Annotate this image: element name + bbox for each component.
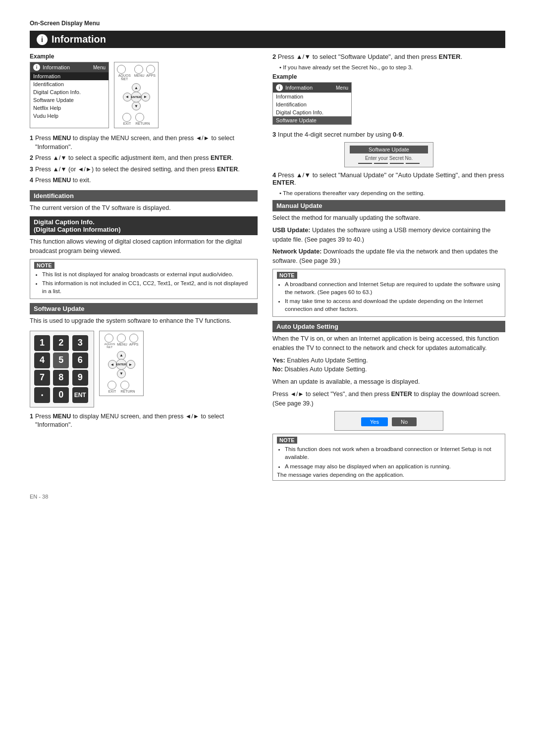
step-1-3: 3 Press ▲/▼ (or ◄/►) to select the desir… <box>30 165 258 174</box>
manual-note: NOTE A broadband connection and Internet… <box>272 269 505 317</box>
remote-aquos-net-2: AQUOSNET <box>105 334 115 349</box>
return-circle-2 <box>120 381 129 390</box>
auto-update-title: Auto Update Setting <box>272 321 505 332</box>
yes-no-box: Yes No <box>334 411 443 431</box>
example-label-right: Example <box>272 73 505 80</box>
step-2-1: 1 Press MENU to display MENU screen, and… <box>30 412 258 430</box>
step2-note: • If you have already set the Secret No.… <box>272 64 505 70</box>
auto-update-press: Press ◄/► to select "Yes", and then pres… <box>272 390 505 408</box>
menu-item-digital-right: Digital Caption Info. <box>273 108 351 116</box>
software-update-title: Software Update <box>30 303 258 314</box>
remote-apps: APPS <box>146 65 156 81</box>
step-1-2: 2 Press ▲/▼ to select a specific adjustm… <box>30 154 258 163</box>
remote-return-2: RETURN <box>120 381 135 393</box>
digital-caption-note: NOTE This list is not displayed for anal… <box>30 259 258 299</box>
menu-item-identification-right: Identification <box>273 101 351 108</box>
step-text-right-4: Press ▲/▼ to select "Manual Update" or "… <box>272 171 504 186</box>
remote-return-left: RETURN <box>135 113 150 125</box>
keypad-section: 1 2 3 4 5 6 7 8 9 • 0 ENT AQUOSNET <box>30 331 258 407</box>
remote-dpad-left: ▲ ▼ ◄ ► ENTER <box>123 83 150 110</box>
remote-control-left: AQUOS NET MENU APPS ▲ ▼ ◄ ► <box>114 62 159 128</box>
key-6: 6 <box>72 353 88 368</box>
key-5: 5 <box>53 353 69 368</box>
note-label-2: NOTE <box>277 272 297 279</box>
menu-header-item-left: Information <box>43 64 70 70</box>
auto-note-1: This function does not work when a broad… <box>285 445 501 461</box>
remote-dpad-keypad: ▲ ▼ ◄ ► ENTER <box>108 351 135 378</box>
apps-circle <box>146 65 155 74</box>
dpad-down-2: ▼ <box>117 369 126 378</box>
step-1-4: 4 Press MENU to exit. <box>30 176 258 185</box>
step-num-right-3: 3 <box>272 131 278 138</box>
key-9: 9 <box>72 370 88 386</box>
step-text-1: Press MENU to display the MENU screen, a… <box>35 134 258 151</box>
step-text-3: Press ▲/▼ (or ◄/►) to select the desired… <box>35 165 240 174</box>
section-title-text: Information <box>52 34 106 45</box>
left-column: Example i Information Menu Information I… <box>30 53 258 484</box>
remote-exit-left: EXIT <box>122 113 131 125</box>
exit-circle <box>122 113 131 122</box>
sw-dash-4 <box>406 163 420 164</box>
remote-menu-2: MENU <box>117 334 127 349</box>
menu-item-identification: Identification <box>30 80 108 88</box>
sw-update-title: Software Update <box>350 146 428 153</box>
step2-right: 2 Press ▲/▼ to select "Software Update",… <box>272 53 505 60</box>
right-column: 2 Press ▲/▼ to select "Software Update",… <box>272 53 505 484</box>
step-text-right-2: Press ▲/▼ to select "Software Update", a… <box>278 53 462 60</box>
software-update-text: This is used to upgrade the system softw… <box>30 316 258 326</box>
step-num-4: 4 <box>30 176 33 185</box>
menu-box-header-left: i Information Menu <box>30 62 108 72</box>
menu-header-menu-left: Menu <box>93 65 106 70</box>
yes-no-text: Yes: Enables Auto Update Setting. No: Di… <box>272 356 505 375</box>
manual-update-title: Manual Update <box>272 200 505 211</box>
key-dot: • <box>34 387 50 403</box>
page-footer: EN - 38 <box>30 494 505 500</box>
menu-example-right: i Information Menu Information Identific… <box>272 82 505 125</box>
page-header: On-Screen Display Menu <box>30 20 505 27</box>
key-4: 4 <box>34 353 50 368</box>
steps-list-2: 1 Press MENU to display MENU screen, and… <box>30 412 258 430</box>
identification-text: The current version of the TV software i… <box>30 203 258 213</box>
steps-list-1: 1 Press MENU to display the MENU screen,… <box>30 134 258 185</box>
step-1-1: 1 Press MENU to display the MENU screen,… <box>30 134 258 151</box>
step-num-3: 3 <box>30 165 33 174</box>
auto-note-extra: The message varies depending on the appl… <box>277 472 501 478</box>
menu-item-sw-update-right: Software Update <box>273 116 351 124</box>
step-text-2-1: Press MENU to display MENU screen, and t… <box>35 412 258 430</box>
sw-dash-1 <box>358 163 372 164</box>
menu-circle <box>134 65 143 74</box>
manual-note-1: A broadband connection and Internet Setu… <box>285 280 501 296</box>
step-text-2: Press ▲/▼ to select a specific adjustmen… <box>35 154 233 163</box>
note-label-3: NOTE <box>277 437 297 444</box>
yes-button[interactable]: Yes <box>361 417 388 426</box>
digital-caption-title: Digital Caption Info.(Digital Caption In… <box>30 216 258 235</box>
note-label-1: NOTE <box>34 262 54 269</box>
yes-no-buttons: Yes No <box>340 417 438 426</box>
digital-note-2: This information is not included in CC1,… <box>42 279 253 295</box>
key-1: 1 <box>34 335 50 351</box>
info-icon: i <box>37 34 48 45</box>
sw-dashes <box>350 163 428 164</box>
step4-note: • The operations thereafter vary dependi… <box>272 190 505 196</box>
dpad-up-left: ▲ <box>132 83 141 92</box>
remote-apps-2: APPS <box>129 334 139 349</box>
step-text-4: Press MENU to exit. <box>35 176 91 185</box>
aquos-net-circle <box>117 65 126 74</box>
step-num-1: 1 <box>30 134 33 151</box>
auto-update-message: When an update is available, a message i… <box>272 377 505 387</box>
dpad-enter-left: ENTER <box>131 92 142 102</box>
dpad-left-2: ◄ <box>108 360 117 369</box>
exit-circle-2 <box>107 381 116 390</box>
menu-header-item-right: Information <box>285 85 313 91</box>
key-7: 7 <box>34 370 50 386</box>
dpad-up-2: ▲ <box>117 351 126 360</box>
menu-box-right: i Information Menu Information Identific… <box>272 82 352 125</box>
sw-dash-2 <box>374 163 388 164</box>
menu-box-header-right: i Information Menu <box>273 83 351 93</box>
no-button[interactable]: No <box>392 417 417 426</box>
sw-dash-3 <box>390 163 404 164</box>
menu-item-information: Information <box>30 72 108 80</box>
menu-item-information-right: Information <box>273 93 351 101</box>
dpad-down-left: ▼ <box>132 101 141 110</box>
manual-update-text: Select the method for manually updating … <box>272 213 505 223</box>
